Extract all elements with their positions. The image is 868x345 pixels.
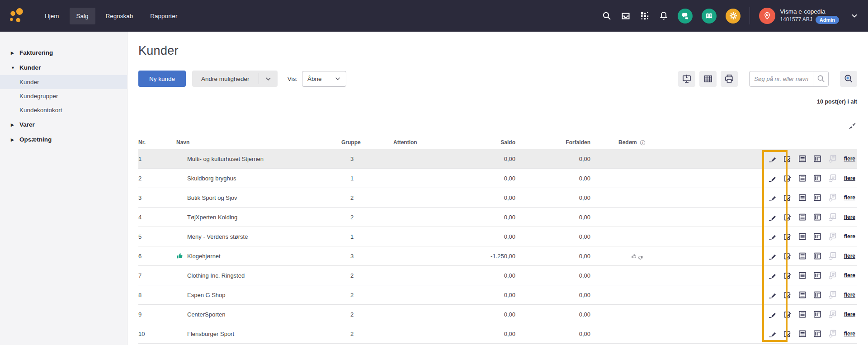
sidebar-item-kundekontokort[interactable]: Kundekontokort bbox=[0, 103, 127, 117]
customer-name[interactable]: Skuldborg bryghus bbox=[187, 175, 236, 182]
account-statement-button[interactable] bbox=[798, 232, 807, 241]
bell-icon[interactable] bbox=[659, 11, 669, 21]
account-statement-button[interactable] bbox=[798, 251, 807, 260]
sidebar-group-varer[interactable]: ▶ Varer bbox=[0, 117, 127, 132]
edit-form-button[interactable] bbox=[783, 174, 792, 183]
column-header-bedom[interactable]: Bedøm i bbox=[590, 139, 764, 146]
inbox-icon[interactable] bbox=[621, 11, 631, 21]
table-row[interactable]: 2 Skuldborg bryghus 1 0,00 0,00 flere bbox=[138, 169, 857, 188]
column-header-gruppe[interactable]: Gruppe bbox=[341, 139, 393, 146]
table-row[interactable]: 6 Klogehjørnet 3 -1.250,00 0,00 bbox=[138, 246, 857, 266]
more-actions-link[interactable]: flere bbox=[844, 156, 855, 162]
column-header-forfalden[interactable]: Forfalden bbox=[515, 139, 590, 146]
nav-item-salg[interactable]: Salg bbox=[70, 8, 95, 24]
column-header-nr[interactable]: Nr. bbox=[138, 139, 176, 146]
customer-name[interactable]: Clothing Inc. Ringsted bbox=[187, 272, 245, 279]
edit-pencil-button[interactable] bbox=[768, 271, 777, 280]
account-statement-button[interactable] bbox=[798, 290, 807, 299]
customer-name[interactable]: CenterSporten bbox=[187, 311, 226, 318]
table-row[interactable]: 4 TøjXperten Kolding 2 0,00 0,00 flere bbox=[138, 208, 857, 227]
account-statement-button[interactable] bbox=[798, 329, 807, 338]
handbook-icon[interactable] bbox=[702, 9, 717, 24]
nav-item-regnskab[interactable]: Regnskab bbox=[99, 8, 140, 24]
customer-name[interactable]: Multi- og kulturhuset Stjernen bbox=[187, 156, 264, 162]
more-actions-link[interactable]: flere bbox=[844, 194, 855, 201]
table-row[interactable]: 7 Clothing Inc. Ringsted 2 0,00 0,00 fle… bbox=[138, 266, 857, 285]
layout-button[interactable] bbox=[813, 174, 822, 183]
account-statement-button[interactable] bbox=[798, 271, 807, 280]
edit-form-button[interactable] bbox=[783, 290, 792, 299]
more-actions-link[interactable]: flere bbox=[844, 272, 855, 279]
edit-form-button[interactable] bbox=[783, 213, 792, 222]
edit-form-button[interactable] bbox=[783, 271, 792, 280]
table-row[interactable]: 1 Multi- og kulturhuset Stjernen 3 0,00 … bbox=[138, 149, 857, 169]
table-row[interactable]: 9 CenterSporten 2 0,00 0,00 flere bbox=[138, 305, 857, 324]
export-button[interactable] bbox=[678, 71, 695, 87]
search-input[interactable] bbox=[750, 76, 813, 82]
print-button[interactable] bbox=[721, 71, 738, 87]
nav-item-rapporter[interactable]: Rapporter bbox=[143, 8, 184, 24]
layout-button[interactable] bbox=[813, 251, 822, 260]
view-filter-select[interactable]: Åbne bbox=[302, 71, 346, 87]
edit-pencil-button[interactable] bbox=[768, 174, 777, 183]
gear-icon[interactable] bbox=[726, 9, 741, 24]
layout-button[interactable] bbox=[813, 271, 822, 280]
collapse-icon[interactable] bbox=[849, 122, 856, 130]
edit-form-button[interactable] bbox=[783, 251, 792, 260]
edit-form-button[interactable] bbox=[783, 154, 792, 163]
sidebar-group-fakturering[interactable]: ▶ Fakturering bbox=[0, 45, 127, 60]
customer-name[interactable]: Klogehjørnet bbox=[187, 253, 221, 260]
layout-button[interactable] bbox=[813, 232, 822, 241]
more-actions-link[interactable]: flere bbox=[844, 331, 855, 337]
sidebar-item-kundegrupper[interactable]: Kundegrupper bbox=[0, 89, 127, 103]
search-submit-icon[interactable] bbox=[813, 71, 828, 86]
edit-pencil-button[interactable] bbox=[768, 213, 777, 222]
edit-pencil-button[interactable] bbox=[768, 251, 777, 260]
customer-name[interactable]: Butik Sport og Sjov bbox=[187, 194, 237, 201]
visma-logo[interactable] bbox=[8, 7, 25, 24]
layout-button[interactable] bbox=[813, 193, 822, 202]
edit-pencil-button[interactable] bbox=[768, 310, 777, 319]
edit-form-button[interactable] bbox=[783, 232, 792, 241]
column-header-navn[interactable]: Navn bbox=[176, 139, 341, 146]
chat-icon[interactable] bbox=[678, 9, 693, 24]
table-row[interactable]: 3 Butik Sport og Sjov 2 0,00 0,00 flere bbox=[138, 188, 857, 208]
account-menu[interactable]: Visma e-copedia 1401577 ABJ Admin bbox=[759, 8, 858, 24]
chevron-down-icon[interactable] bbox=[259, 76, 278, 82]
edit-pencil-button[interactable] bbox=[768, 290, 777, 299]
account-statement-button[interactable] bbox=[798, 310, 807, 319]
edit-pencil-button[interactable] bbox=[768, 329, 777, 338]
layout-button[interactable] bbox=[813, 213, 822, 222]
more-actions-link[interactable]: flere bbox=[844, 292, 855, 298]
more-actions-link[interactable]: flere bbox=[844, 214, 855, 220]
rate-up-icon[interactable] bbox=[631, 253, 637, 259]
rate-down-icon[interactable] bbox=[637, 255, 643, 261]
more-actions-link[interactable]: flere bbox=[844, 175, 855, 181]
edit-pencil-button[interactable] bbox=[768, 154, 777, 163]
sidebar-group-kunder[interactable]: ▼ Kunder bbox=[0, 60, 127, 75]
account-statement-button[interactable] bbox=[798, 154, 807, 163]
more-options-button[interactable]: Andre muligheder bbox=[192, 71, 278, 87]
sidebar-item-kunder[interactable]: Kunder bbox=[0, 75, 127, 89]
search-icon[interactable] bbox=[602, 11, 612, 21]
layout-button[interactable] bbox=[813, 329, 822, 338]
account-statement-button[interactable] bbox=[798, 213, 807, 222]
apps-grid-icon[interactable] bbox=[640, 11, 650, 21]
sidebar-group-opsaetning[interactable]: ▶ Opsætning bbox=[0, 132, 127, 147]
more-actions-link[interactable]: flere bbox=[844, 233, 855, 240]
more-actions-link[interactable]: flere bbox=[844, 311, 855, 317]
edit-form-button[interactable] bbox=[783, 310, 792, 319]
layout-button[interactable] bbox=[813, 310, 822, 319]
account-statement-button[interactable] bbox=[798, 174, 807, 183]
info-icon[interactable]: i bbox=[640, 140, 646, 146]
layout-button[interactable] bbox=[813, 290, 822, 299]
edit-pencil-button[interactable] bbox=[768, 232, 777, 241]
column-header-attention[interactable]: Attention bbox=[393, 139, 470, 146]
table-row[interactable]: 10 Flensburger Sport 2 0,00 0,00 flere bbox=[138, 324, 857, 344]
table-row[interactable]: 8 Espen G Shop 2 0,00 0,00 flere bbox=[138, 285, 857, 305]
customer-name[interactable]: Meny - Verdens største bbox=[187, 233, 248, 240]
more-actions-link[interactable]: flere bbox=[844, 253, 855, 259]
chevron-down-icon[interactable] bbox=[851, 12, 858, 19]
customer-name[interactable]: Flensburger Sport bbox=[187, 331, 234, 337]
nav-item-hjem[interactable]: Hjem bbox=[38, 8, 66, 24]
